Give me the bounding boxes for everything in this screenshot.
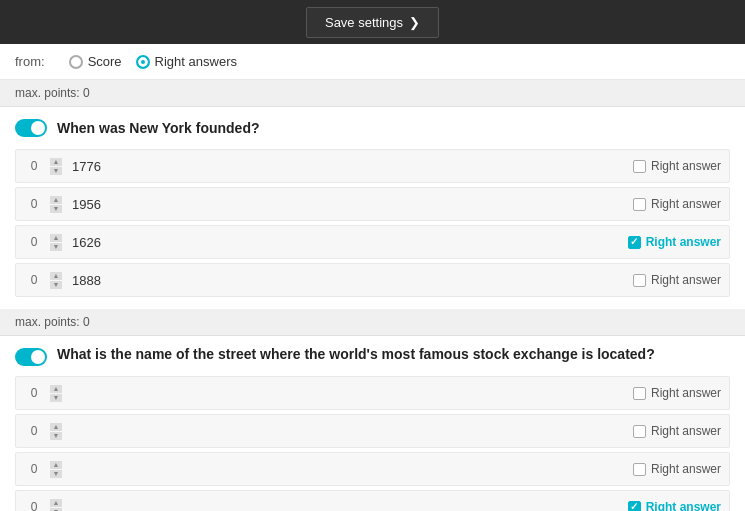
- q2-header: What is the name of the street where the…: [0, 336, 745, 376]
- checkbox-icon: [633, 463, 646, 476]
- checkbox-icon: [628, 236, 641, 249]
- right-answer-label: Right answer: [651, 462, 721, 476]
- table-row: 0 ▲ ▼ Right answer: [15, 376, 730, 410]
- right-answer-label: Right answer: [646, 235, 721, 249]
- right-answer-check[interactable]: Right answer: [633, 386, 721, 400]
- score-value: 0: [24, 235, 44, 249]
- checkbox-icon: [633, 274, 646, 287]
- q1-max-points-bar: max. points: 0: [0, 80, 745, 107]
- table-row: 0 ▲ ▼ Right answer: [15, 414, 730, 448]
- checkbox-icon: [633, 425, 646, 438]
- answer-text: 1626: [68, 235, 622, 250]
- score-value: 0: [24, 462, 44, 476]
- spinner-up[interactable]: ▲: [50, 272, 62, 280]
- q1-max-points-label: max. points: 0: [15, 86, 90, 100]
- checkbox-icon: [633, 198, 646, 211]
- score-value: 0: [24, 500, 44, 511]
- table-row: 0 ▲ ▼ Right answer: [15, 452, 730, 486]
- checkbox-icon: [633, 160, 646, 173]
- arrow-icon: ❯: [409, 15, 420, 30]
- right-answer-check[interactable]: Right answer: [633, 424, 721, 438]
- right-answers-radio[interactable]: Right answers: [136, 54, 237, 69]
- score-radio[interactable]: Score: [69, 54, 122, 69]
- spinner-up[interactable]: ▲: [50, 196, 62, 204]
- right-answer-check[interactable]: Right answer: [633, 462, 721, 476]
- save-settings-button[interactable]: Save settings ❯: [306, 7, 439, 38]
- spinner-up[interactable]: ▲: [50, 461, 62, 469]
- score-value: 0: [24, 424, 44, 438]
- spinner-down[interactable]: ▼: [50, 281, 62, 289]
- q2-toggle[interactable]: [15, 348, 47, 366]
- score-radio-circle: [69, 55, 83, 69]
- spinner-down[interactable]: ▼: [50, 470, 62, 478]
- spinner-up[interactable]: ▲: [50, 158, 62, 166]
- save-label: Save settings: [325, 15, 403, 30]
- spinner[interactable]: ▲ ▼: [50, 499, 62, 512]
- right-answer-check[interactable]: Right answer: [628, 500, 721, 511]
- question1-section: max. points: 0 When was New York founded…: [0, 80, 745, 309]
- score-value: 0: [24, 159, 44, 173]
- spinner-down[interactable]: ▼: [50, 167, 62, 175]
- right-answer-check[interactable]: Right answer: [633, 273, 721, 287]
- spinner-up[interactable]: ▲: [50, 423, 62, 431]
- settings-row: from: Score Right answers: [0, 44, 745, 80]
- right-answer-label: Right answer: [646, 500, 721, 511]
- right-answer-label: Right answer: [651, 273, 721, 287]
- score-value: 0: [24, 197, 44, 211]
- table-row: 0 ▲ ▼ 1888 Right answer: [15, 263, 730, 297]
- checkbox-icon: [633, 387, 646, 400]
- checkbox-icon: [628, 501, 641, 512]
- q2-question-text: What is the name of the street where the…: [57, 346, 655, 362]
- right-answer-check[interactable]: Right answer: [628, 235, 721, 249]
- spinner[interactable]: ▲ ▼: [50, 272, 62, 289]
- q2-max-points-label: max. points: 0: [15, 315, 90, 329]
- spinner[interactable]: ▲ ▼: [50, 234, 62, 251]
- answer-text: 1776: [68, 159, 627, 174]
- spinner-down[interactable]: ▼: [50, 243, 62, 251]
- score-value: 0: [24, 386, 44, 400]
- table-row: 0 ▲ ▼ 1626 Right answer: [15, 225, 730, 259]
- top-bar: Save settings ❯: [0, 0, 745, 44]
- right-answer-label: Right answer: [651, 386, 721, 400]
- answer-text: 1888: [68, 273, 627, 288]
- spinner-up[interactable]: ▲: [50, 499, 62, 507]
- q2-max-points-bar: max. points: 0: [0, 309, 745, 336]
- answer-text: 1956: [68, 197, 627, 212]
- q1-answers-list: 0 ▲ ▼ 1776 Right answer 0 ▲ ▼ 1956 Right…: [0, 149, 745, 309]
- spinner[interactable]: ▲ ▼: [50, 196, 62, 213]
- table-row: 0 ▲ ▼ Right answer: [15, 490, 730, 511]
- question2-section: max. points: 0 What is the name of the s…: [0, 309, 745, 511]
- q2-answers-list: 0 ▲ ▼ Right answer 0 ▲ ▼ Right answer: [0, 376, 745, 511]
- from-label: from:: [15, 54, 45, 69]
- right-answer-label: Right answer: [651, 197, 721, 211]
- spinner[interactable]: ▲ ▼: [50, 461, 62, 478]
- q1-question-text: When was New York founded?: [57, 120, 260, 136]
- radio-group: Score Right answers: [69, 54, 237, 69]
- spinner[interactable]: ▲ ▼: [50, 423, 62, 440]
- right-answer-label: Right answer: [651, 159, 721, 173]
- table-row: 0 ▲ ▼ 1776 Right answer: [15, 149, 730, 183]
- score-label: Score: [88, 54, 122, 69]
- spinner[interactable]: ▲ ▼: [50, 385, 62, 402]
- spinner-up[interactable]: ▲: [50, 234, 62, 242]
- right-answers-radio-circle: [136, 55, 150, 69]
- score-value: 0: [24, 273, 44, 287]
- right-answer-label: Right answer: [651, 424, 721, 438]
- spinner-down[interactable]: ▼: [50, 205, 62, 213]
- spinner-up[interactable]: ▲: [50, 385, 62, 393]
- right-answers-label: Right answers: [155, 54, 237, 69]
- spinner[interactable]: ▲ ▼: [50, 158, 62, 175]
- spinner-down[interactable]: ▼: [50, 394, 62, 402]
- spinner-down[interactable]: ▼: [50, 432, 62, 440]
- table-row: 0 ▲ ▼ 1956 Right answer: [15, 187, 730, 221]
- right-answer-check[interactable]: Right answer: [633, 197, 721, 211]
- spinner-down[interactable]: ▼: [50, 508, 62, 512]
- q1-toggle[interactable]: [15, 119, 47, 137]
- q1-header: When was New York founded?: [0, 107, 745, 149]
- right-answer-check[interactable]: Right answer: [633, 159, 721, 173]
